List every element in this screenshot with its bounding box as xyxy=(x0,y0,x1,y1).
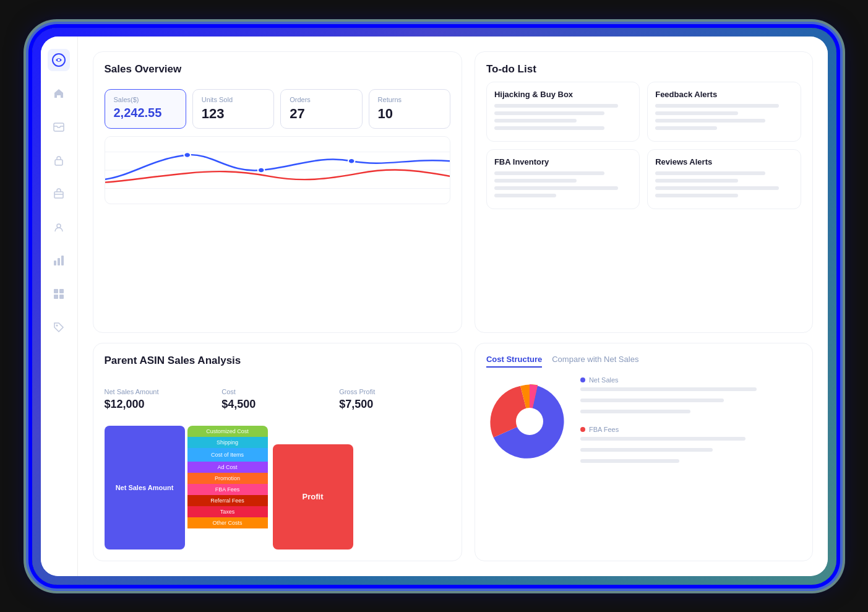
legend-item-net-sales: Net Sales xyxy=(580,376,801,384)
svg-point-20 xyxy=(516,408,543,435)
orders-icon[interactable] xyxy=(48,183,70,205)
skeleton xyxy=(494,104,618,108)
segment-promotion: Promotion xyxy=(187,473,268,484)
analytics-icon[interactable] xyxy=(48,249,70,272)
segment-cost-of-items: Cost of Items xyxy=(187,448,268,462)
home-icon[interactable] xyxy=(48,82,70,105)
asin-gross-profit-label: Gross Profit xyxy=(339,388,450,395)
sales-overview-title: Sales Overview xyxy=(105,63,450,75)
skeleton xyxy=(655,171,765,175)
svg-rect-12 xyxy=(59,295,64,299)
tab-cost-structure[interactable]: Cost Structure xyxy=(486,355,542,368)
logo-icon[interactable] xyxy=(48,49,70,71)
legend-label-net-sales: Net Sales xyxy=(589,376,619,384)
segment-customized-cost: Customized Cost xyxy=(187,426,268,437)
todo-card-feedback[interactable]: Feedback Alerts xyxy=(647,82,801,142)
pie-chart xyxy=(486,378,573,465)
svg-point-1 xyxy=(58,59,60,61)
tab-compare-net-sales[interactable]: Compare with Net Sales xyxy=(552,355,638,368)
price-icon[interactable] xyxy=(48,316,70,338)
inbox-icon[interactable] xyxy=(48,116,70,138)
todo-card-reviews[interactable]: Reviews Alerts xyxy=(647,149,801,209)
legend-skeleton-3 xyxy=(580,410,690,413)
inventory-icon[interactable] xyxy=(48,149,70,171)
top-section: Sales Overview Sales($) 2,242.55 Units S… xyxy=(93,51,813,333)
asin-cost: Cost $4,500 xyxy=(221,382,333,417)
skeleton xyxy=(655,104,779,108)
inner-frame: Sales Overview Sales($) 2,242.55 Units S… xyxy=(41,37,828,576)
svg-point-18 xyxy=(257,168,264,173)
asin-gross-profit: Gross Profit $7,500 xyxy=(339,382,450,417)
outer-frame: Sales Overview Sales($) 2,242.55 Units S… xyxy=(32,28,836,585)
legend-dot-fba xyxy=(580,427,585,432)
segment-fba-fees: FBA Fees xyxy=(187,484,268,495)
returns-label: Returns xyxy=(378,96,441,103)
cost-content: Net Sales FBA Fees xyxy=(486,376,801,467)
orders-metric-card[interactable]: Orders 27 xyxy=(280,89,362,129)
sales-value: 2,242.55 xyxy=(114,106,177,120)
legend-label-fba: FBA Fees xyxy=(589,426,619,433)
sidebar xyxy=(41,37,78,576)
skeleton xyxy=(494,186,618,190)
svg-rect-7 xyxy=(58,258,60,265)
orders-label: Orders xyxy=(290,96,353,103)
bottom-section: Parent ASIN Sales Analysis Net Sales Amo… xyxy=(93,343,813,561)
segment-referral-fees: Referral Fees xyxy=(187,495,268,506)
units-value: 123 xyxy=(202,106,265,122)
skeleton xyxy=(494,179,577,183)
svg-rect-9 xyxy=(54,289,58,293)
sales-overview-panel: Sales Overview Sales($) 2,242.55 Units S… xyxy=(93,51,462,333)
segment-shipping: Shipping xyxy=(187,437,268,448)
todo-card-hijack[interactable]: Hijacking & Buy Box xyxy=(486,82,640,142)
profit-bar-label: Profit xyxy=(303,492,324,501)
legend-skeleton-4 xyxy=(580,437,746,441)
skeleton xyxy=(494,194,556,197)
todo-grid: Hijacking & Buy Box Feedback Alerts xyxy=(486,82,801,209)
cost-structure-tabs: Cost Structure Compare with Net Sales xyxy=(486,355,801,368)
waterfall-chart: Net Sales Amount Customized Cost Shippin… xyxy=(105,426,450,550)
svg-rect-3 xyxy=(55,160,62,165)
todo-card-fba[interactable]: FBA Inventory xyxy=(486,149,640,209)
skeleton xyxy=(655,119,765,123)
asin-metrics-row: Net Sales Amount $12,000 Cost $4,500 Gro… xyxy=(105,382,450,417)
svg-rect-6 xyxy=(54,261,56,265)
skeleton xyxy=(494,111,604,115)
parent-asin-panel: Parent ASIN Sales Analysis Net Sales Amo… xyxy=(93,343,462,561)
contacts-icon[interactable] xyxy=(48,216,70,238)
skeleton xyxy=(494,126,604,130)
skeleton xyxy=(655,126,717,130)
main-content: Sales Overview Sales($) 2,242.55 Units S… xyxy=(78,37,828,576)
units-label: Units Sold xyxy=(202,96,265,103)
todo-reviews-title: Reviews Alerts xyxy=(655,157,793,166)
todo-hijack-title: Hijacking & Buy Box xyxy=(494,90,632,99)
units-metric-card[interactable]: Units Sold 123 xyxy=(192,89,274,129)
asin-cost-value: $4,500 xyxy=(221,398,333,411)
asin-net-sales-value: $12,000 xyxy=(105,398,216,411)
sales-metric-card[interactable]: Sales($) 2,242.55 xyxy=(105,89,186,129)
legend-skeleton-2 xyxy=(580,399,724,402)
svg-rect-10 xyxy=(59,289,64,293)
apps-icon[interactable] xyxy=(48,283,70,305)
sales-label: Sales($) xyxy=(114,96,177,103)
svg-rect-11 xyxy=(54,295,58,299)
cost-structure-panel: Cost Structure Compare with Net Sales xyxy=(475,343,813,561)
svg-point-17 xyxy=(184,152,191,157)
skeleton xyxy=(655,194,737,197)
svg-rect-4 xyxy=(54,192,63,198)
legend-skeleton-6 xyxy=(580,459,679,463)
legend-skeleton-5 xyxy=(580,448,713,452)
returns-metric-card[interactable]: Returns 10 xyxy=(369,89,450,129)
segment-other-costs: Other Costs xyxy=(187,517,268,528)
metrics-row: Sales($) 2,242.55 Units Sold 123 Orders … xyxy=(105,89,450,129)
net-sales-bar-label: Net Sales Amount xyxy=(111,484,179,491)
svg-point-19 xyxy=(348,158,355,163)
parent-asin-title: Parent ASIN Sales Analysis xyxy=(105,355,450,367)
skeleton xyxy=(494,171,604,175)
svg-rect-8 xyxy=(61,256,64,265)
skeleton xyxy=(655,111,737,115)
asin-gross-profit-value: $7,500 xyxy=(339,398,450,411)
orders-value: 27 xyxy=(290,106,353,122)
sales-chart xyxy=(105,136,450,204)
todo-list-title: To-do List xyxy=(486,63,801,75)
pie-legend: Net Sales FBA Fees xyxy=(580,376,801,467)
